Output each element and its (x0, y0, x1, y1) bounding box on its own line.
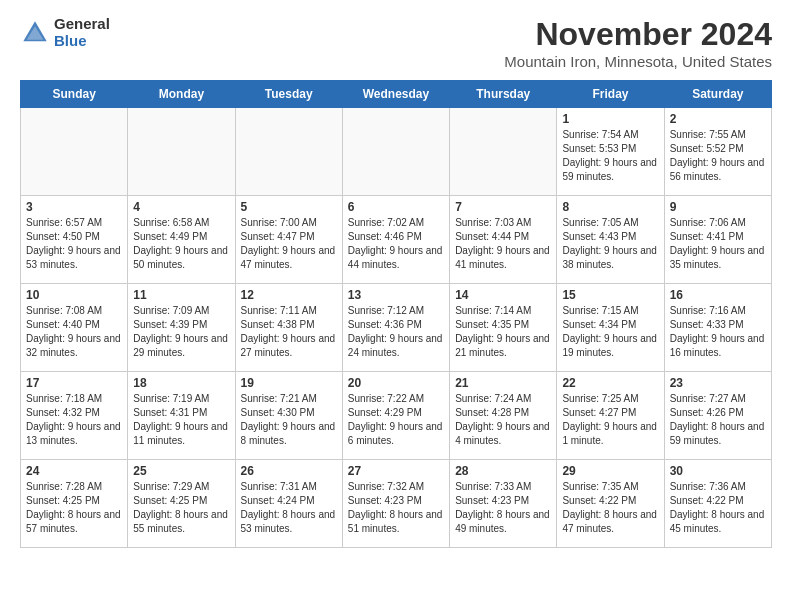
day-info: Sunrise: 6:57 AMSunset: 4:50 PMDaylight:… (26, 216, 122, 272)
day-info: Sunrise: 7:28 AMSunset: 4:25 PMDaylight:… (26, 480, 122, 536)
calendar-cell: 18Sunrise: 7:19 AMSunset: 4:31 PMDayligh… (128, 372, 235, 460)
calendar-cell: 4Sunrise: 6:58 AMSunset: 4:49 PMDaylight… (128, 196, 235, 284)
calendar-cell: 11Sunrise: 7:09 AMSunset: 4:39 PMDayligh… (128, 284, 235, 372)
day-info: Sunrise: 7:33 AMSunset: 4:23 PMDaylight:… (455, 480, 551, 536)
day-number: 6 (348, 200, 444, 214)
day-info: Sunrise: 7:08 AMSunset: 4:40 PMDaylight:… (26, 304, 122, 360)
day-info: Sunrise: 7:55 AMSunset: 5:52 PMDaylight:… (670, 128, 766, 184)
day-number: 2 (670, 112, 766, 126)
calendar-cell (450, 108, 557, 196)
day-number: 14 (455, 288, 551, 302)
calendar-cell: 16Sunrise: 7:16 AMSunset: 4:33 PMDayligh… (664, 284, 771, 372)
calendar-cell: 10Sunrise: 7:08 AMSunset: 4:40 PMDayligh… (21, 284, 128, 372)
day-number: 23 (670, 376, 766, 390)
calendar-cell: 7Sunrise: 7:03 AMSunset: 4:44 PMDaylight… (450, 196, 557, 284)
day-number: 25 (133, 464, 229, 478)
calendar-cell: 20Sunrise: 7:22 AMSunset: 4:29 PMDayligh… (342, 372, 449, 460)
calendar-week-row: 3Sunrise: 6:57 AMSunset: 4:50 PMDaylight… (21, 196, 772, 284)
day-info: Sunrise: 7:14 AMSunset: 4:35 PMDaylight:… (455, 304, 551, 360)
weekday-header: Sunday (21, 81, 128, 108)
day-info: Sunrise: 7:02 AMSunset: 4:46 PMDaylight:… (348, 216, 444, 272)
day-info: Sunrise: 7:32 AMSunset: 4:23 PMDaylight:… (348, 480, 444, 536)
weekday-header: Monday (128, 81, 235, 108)
calendar-cell: 21Sunrise: 7:24 AMSunset: 4:28 PMDayligh… (450, 372, 557, 460)
day-number: 30 (670, 464, 766, 478)
weekday-header: Wednesday (342, 81, 449, 108)
day-info: Sunrise: 6:58 AMSunset: 4:49 PMDaylight:… (133, 216, 229, 272)
day-number: 7 (455, 200, 551, 214)
day-info: Sunrise: 7:29 AMSunset: 4:25 PMDaylight:… (133, 480, 229, 536)
calendar-cell: 2Sunrise: 7:55 AMSunset: 5:52 PMDaylight… (664, 108, 771, 196)
calendar-cell (21, 108, 128, 196)
calendar-cell: 27Sunrise: 7:32 AMSunset: 4:23 PMDayligh… (342, 460, 449, 548)
day-number: 22 (562, 376, 658, 390)
day-info: Sunrise: 7:11 AMSunset: 4:38 PMDaylight:… (241, 304, 337, 360)
calendar-week-row: 10Sunrise: 7:08 AMSunset: 4:40 PMDayligh… (21, 284, 772, 372)
logo-text: General Blue (54, 16, 110, 49)
day-info: Sunrise: 7:15 AMSunset: 4:34 PMDaylight:… (562, 304, 658, 360)
calendar-cell: 23Sunrise: 7:27 AMSunset: 4:26 PMDayligh… (664, 372, 771, 460)
title-area: November 2024 Mountain Iron, Minnesota, … (504, 16, 772, 70)
day-number: 8 (562, 200, 658, 214)
day-number: 18 (133, 376, 229, 390)
month-title: November 2024 (504, 16, 772, 53)
calendar-cell: 13Sunrise: 7:12 AMSunset: 4:36 PMDayligh… (342, 284, 449, 372)
day-number: 9 (670, 200, 766, 214)
day-number: 19 (241, 376, 337, 390)
day-info: Sunrise: 7:35 AMSunset: 4:22 PMDaylight:… (562, 480, 658, 536)
day-number: 28 (455, 464, 551, 478)
calendar-cell (128, 108, 235, 196)
day-number: 5 (241, 200, 337, 214)
day-info: Sunrise: 7:18 AMSunset: 4:32 PMDaylight:… (26, 392, 122, 448)
day-number: 10 (26, 288, 122, 302)
day-number: 13 (348, 288, 444, 302)
day-number: 16 (670, 288, 766, 302)
day-number: 24 (26, 464, 122, 478)
calendar-week-row: 1Sunrise: 7:54 AMSunset: 5:53 PMDaylight… (21, 108, 772, 196)
header: General Blue November 2024 Mountain Iron… (20, 16, 772, 70)
calendar-week-row: 24Sunrise: 7:28 AMSunset: 4:25 PMDayligh… (21, 460, 772, 548)
logo-general: General (54, 16, 110, 33)
day-info: Sunrise: 7:27 AMSunset: 4:26 PMDaylight:… (670, 392, 766, 448)
day-info: Sunrise: 7:25 AMSunset: 4:27 PMDaylight:… (562, 392, 658, 448)
day-number: 12 (241, 288, 337, 302)
calendar-cell: 25Sunrise: 7:29 AMSunset: 4:25 PMDayligh… (128, 460, 235, 548)
day-info: Sunrise: 7:22 AMSunset: 4:29 PMDaylight:… (348, 392, 444, 448)
logo-icon (20, 18, 50, 48)
calendar-cell: 3Sunrise: 6:57 AMSunset: 4:50 PMDaylight… (21, 196, 128, 284)
calendar-cell: 30Sunrise: 7:36 AMSunset: 4:22 PMDayligh… (664, 460, 771, 548)
day-info: Sunrise: 7:24 AMSunset: 4:28 PMDaylight:… (455, 392, 551, 448)
weekday-header: Tuesday (235, 81, 342, 108)
calendar-cell: 22Sunrise: 7:25 AMSunset: 4:27 PMDayligh… (557, 372, 664, 460)
day-info: Sunrise: 7:54 AMSunset: 5:53 PMDaylight:… (562, 128, 658, 184)
day-number: 11 (133, 288, 229, 302)
calendar-cell: 9Sunrise: 7:06 AMSunset: 4:41 PMDaylight… (664, 196, 771, 284)
day-info: Sunrise: 7:12 AMSunset: 4:36 PMDaylight:… (348, 304, 444, 360)
day-info: Sunrise: 7:36 AMSunset: 4:22 PMDaylight:… (670, 480, 766, 536)
calendar-table: SundayMondayTuesdayWednesdayThursdayFrid… (20, 80, 772, 548)
calendar-cell: 28Sunrise: 7:33 AMSunset: 4:23 PMDayligh… (450, 460, 557, 548)
day-number: 3 (26, 200, 122, 214)
day-number: 1 (562, 112, 658, 126)
day-number: 20 (348, 376, 444, 390)
calendar-cell: 19Sunrise: 7:21 AMSunset: 4:30 PMDayligh… (235, 372, 342, 460)
calendar-cell: 8Sunrise: 7:05 AMSunset: 4:43 PMDaylight… (557, 196, 664, 284)
calendar-cell (235, 108, 342, 196)
weekday-header: Thursday (450, 81, 557, 108)
day-info: Sunrise: 7:06 AMSunset: 4:41 PMDaylight:… (670, 216, 766, 272)
day-info: Sunrise: 7:16 AMSunset: 4:33 PMDaylight:… (670, 304, 766, 360)
logo-blue: Blue (54, 33, 110, 50)
weekday-header-row: SundayMondayTuesdayWednesdayThursdayFrid… (21, 81, 772, 108)
calendar-week-row: 17Sunrise: 7:18 AMSunset: 4:32 PMDayligh… (21, 372, 772, 460)
calendar-cell: 1Sunrise: 7:54 AMSunset: 5:53 PMDaylight… (557, 108, 664, 196)
calendar-cell (342, 108, 449, 196)
calendar-cell: 6Sunrise: 7:02 AMSunset: 4:46 PMDaylight… (342, 196, 449, 284)
day-info: Sunrise: 7:31 AMSunset: 4:24 PMDaylight:… (241, 480, 337, 536)
calendar-cell: 26Sunrise: 7:31 AMSunset: 4:24 PMDayligh… (235, 460, 342, 548)
day-info: Sunrise: 7:19 AMSunset: 4:31 PMDaylight:… (133, 392, 229, 448)
calendar-body: 1Sunrise: 7:54 AMSunset: 5:53 PMDaylight… (21, 108, 772, 548)
calendar-cell: 29Sunrise: 7:35 AMSunset: 4:22 PMDayligh… (557, 460, 664, 548)
logo: General Blue (20, 16, 110, 49)
calendar-cell: 14Sunrise: 7:14 AMSunset: 4:35 PMDayligh… (450, 284, 557, 372)
weekday-header: Saturday (664, 81, 771, 108)
